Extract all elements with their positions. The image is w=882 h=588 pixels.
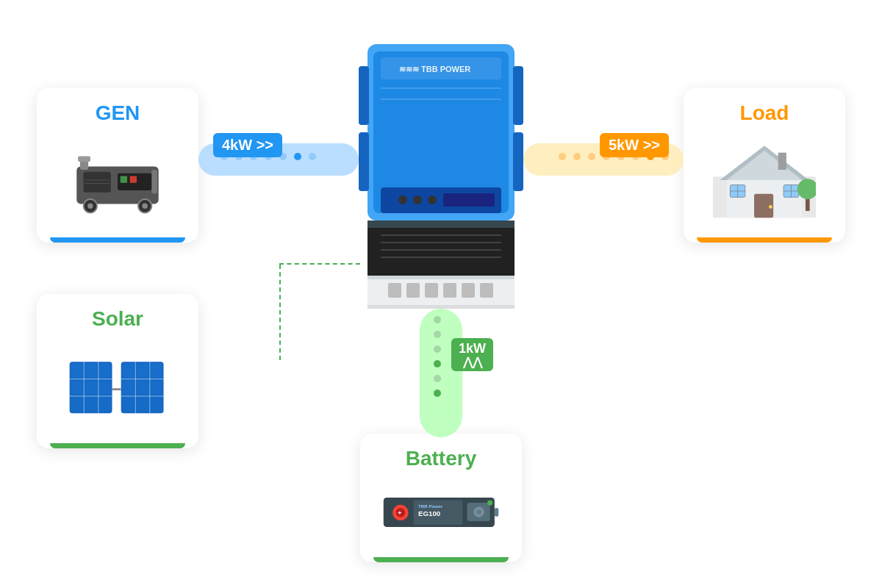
battery-bottom-bar <box>373 557 509 562</box>
load-dot-2 <box>573 153 581 160</box>
svg-rect-24 <box>100 380 111 395</box>
svg-text:TBB Power: TBB Power <box>418 503 443 509</box>
gen-title: GEN <box>96 101 140 125</box>
svg-rect-96 <box>443 283 456 298</box>
svg-rect-46 <box>778 152 786 169</box>
svg-point-6 <box>87 203 93 208</box>
svg-rect-95 <box>425 283 438 298</box>
svg-point-67 <box>476 509 481 514</box>
svg-rect-19 <box>71 363 83 378</box>
solar-card: Solar <box>37 294 198 448</box>
gen-dot-7 <box>309 153 316 160</box>
svg-rect-92 <box>368 276 514 279</box>
svg-rect-93 <box>388 283 401 298</box>
house-icon <box>713 140 816 220</box>
svg-rect-27 <box>100 397 111 412</box>
svg-point-69 <box>487 501 492 506</box>
load-power-label: 5kW >> <box>609 137 660 154</box>
solar-icon <box>66 349 169 423</box>
svg-rect-13 <box>130 176 137 182</box>
battery-power-badge: 1kW ⋀⋀ <box>451 338 493 371</box>
battery-dots <box>434 316 441 397</box>
svg-text:EG100: EG100 <box>418 509 441 517</box>
load-power-badge: 5kW >> <box>600 133 669 157</box>
inverter-svg: ≋≋≋ TBB POWER <box>359 44 523 309</box>
svg-rect-84 <box>443 193 495 207</box>
svg-point-82 <box>413 196 422 204</box>
svg-rect-22 <box>71 380 83 395</box>
battery-power-label: 1kW <box>459 341 486 356</box>
svg-rect-68 <box>495 508 498 517</box>
gen-image-area <box>50 132 185 227</box>
bat-dot-5 <box>434 375 441 382</box>
gen-icon <box>70 143 165 217</box>
bat-dot-6 <box>434 390 441 397</box>
svg-rect-1 <box>84 171 111 192</box>
svg-point-49 <box>769 205 772 209</box>
svg-rect-77 <box>513 132 523 191</box>
battery-flow-bar <box>420 309 462 437</box>
svg-rect-86 <box>368 220 514 228</box>
svg-rect-25 <box>71 397 83 412</box>
svg-rect-9 <box>151 170 157 193</box>
battery-title: Battery <box>406 447 476 470</box>
svg-point-8 <box>142 203 147 208</box>
load-card: Load <box>684 88 845 243</box>
load-dot-3 <box>588 153 595 160</box>
svg-text:+: + <box>398 509 401 517</box>
svg-rect-94 <box>406 283 420 298</box>
svg-rect-35 <box>151 363 162 378</box>
svg-rect-74 <box>359 66 369 125</box>
svg-rect-33 <box>123 363 135 378</box>
svg-rect-39 <box>123 397 135 412</box>
solar-dashed-v <box>279 265 281 360</box>
load-bottom-bar <box>697 237 832 243</box>
load-title: Load <box>740 101 789 125</box>
battery-up-arrows: ⋀⋀ <box>463 356 482 368</box>
svg-rect-20 <box>85 363 97 378</box>
solar-image-area <box>50 338 185 433</box>
battery-icon: + TBB Power EG100 <box>382 490 500 534</box>
svg-rect-4 <box>78 156 90 161</box>
svg-point-83 <box>428 196 437 204</box>
solar-title: Solar <box>92 307 143 331</box>
battery-image-area: + TBB Power EG100 <box>373 478 509 547</box>
gen-power-badge: 4kW >> <box>213 133 282 157</box>
svg-rect-36 <box>123 380 135 395</box>
inverter: ≋≋≋ TBB POWER <box>359 44 523 309</box>
bat-dot-1 <box>434 316 441 323</box>
svg-rect-21 <box>100 363 111 378</box>
solar-dashed-h <box>279 263 360 265</box>
svg-rect-26 <box>85 397 97 412</box>
diagram-container: 4kW >> 5kW >> 1kW ⋀⋀ GEN <box>0 0 882 588</box>
svg-rect-40 <box>137 397 148 412</box>
svg-rect-23 <box>85 380 97 395</box>
svg-rect-41 <box>151 397 162 412</box>
svg-rect-37 <box>137 380 148 395</box>
svg-marker-45 <box>727 150 803 179</box>
svg-rect-38 <box>151 380 162 395</box>
svg-rect-12 <box>121 176 127 182</box>
bat-dot-3 <box>434 345 441 353</box>
svg-rect-34 <box>137 363 148 378</box>
load-dot-1 <box>559 153 566 160</box>
svg-rect-97 <box>462 283 475 298</box>
solar-bottom-bar <box>50 443 185 448</box>
gen-dot-6 <box>294 153 301 160</box>
svg-rect-76 <box>513 66 523 125</box>
bat-dot-2 <box>434 331 441 338</box>
gen-bottom-bar <box>50 237 185 243</box>
svg-point-81 <box>398 196 407 204</box>
bat-dot-4 <box>434 360 441 368</box>
svg-rect-75 <box>359 132 369 191</box>
svg-text:≋≋≋ TBB POWER: ≋≋≋ TBB POWER <box>399 65 470 74</box>
gen-card: GEN <box>37 88 198 243</box>
battery-card: Battery + TBB Power EG100 <box>360 434 522 562</box>
gen-power-label: 4kW >> <box>222 137 273 154</box>
load-image-area <box>697 132 832 227</box>
svg-rect-98 <box>480 283 493 298</box>
